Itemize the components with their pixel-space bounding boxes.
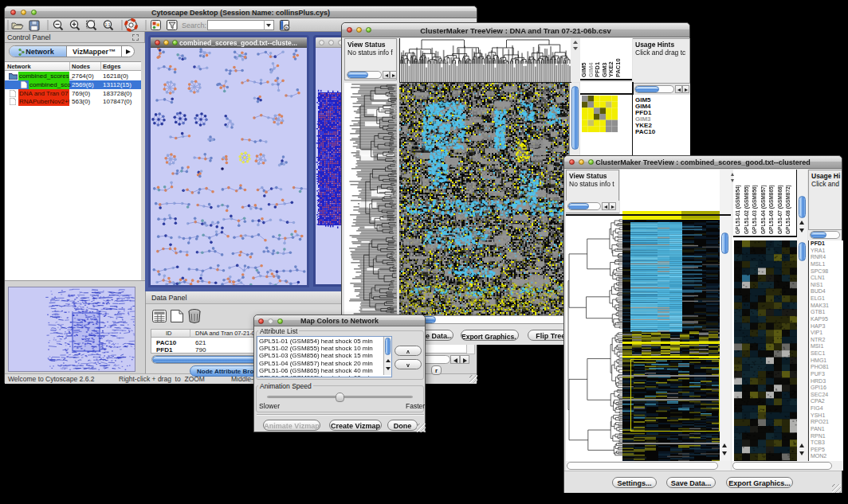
svg-text:1:1: 1:1 [105, 22, 111, 27]
svg-text:b: b [285, 25, 288, 30]
